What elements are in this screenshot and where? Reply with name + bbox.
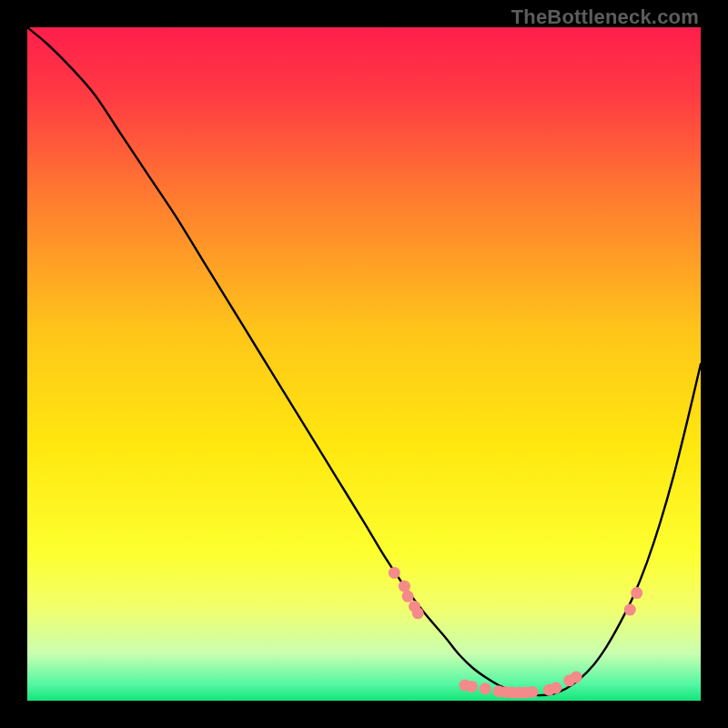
sample-marker <box>527 686 539 698</box>
sample-marker <box>480 682 491 694</box>
chart-frame <box>27 27 701 701</box>
sample-marker <box>389 567 400 579</box>
sample-marker <box>399 581 410 592</box>
chart-svg <box>27 27 701 701</box>
sample-marker <box>412 607 424 619</box>
sample-marker <box>550 682 561 693</box>
chart-background <box>27 27 701 701</box>
sample-marker <box>624 604 636 616</box>
sample-marker <box>466 681 478 693</box>
watermark-text: TheBottleneck.com <box>511 5 699 29</box>
sample-marker <box>571 672 582 683</box>
sample-marker <box>402 591 414 602</box>
sample-marker <box>631 587 642 599</box>
